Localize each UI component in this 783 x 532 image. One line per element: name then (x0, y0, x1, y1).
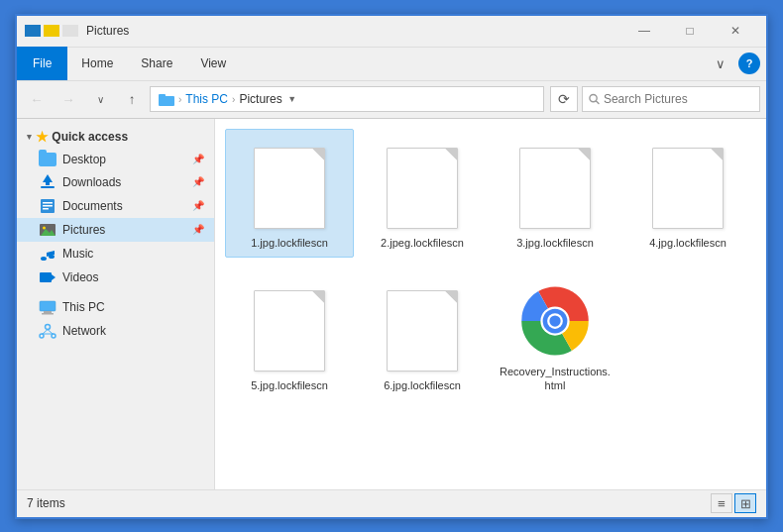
menu-share[interactable]: Share (127, 47, 186, 80)
search-box[interactable] (582, 86, 760, 112)
svg-point-20 (46, 324, 51, 329)
icon-white (62, 25, 78, 37)
file-item-2[interactable]: 2.jpeg.lockfilescn (358, 129, 487, 258)
window-title: Pictures (86, 24, 621, 38)
icon-blue (25, 25, 41, 37)
search-icon (589, 93, 600, 105)
file-name-3: 3.jpg.lockfilescn (516, 236, 594, 250)
sidebar-item-documents[interactable]: Documents 📌 (17, 194, 214, 218)
up-button[interactable]: ↑ (118, 85, 146, 113)
svg-rect-7 (43, 202, 53, 204)
svg-point-21 (40, 334, 44, 338)
items-count: 7 items (27, 496, 65, 510)
back-button[interactable]: ← (23, 85, 51, 113)
quick-access-label: Quick access (52, 130, 128, 144)
sidebar-item-downloads[interactable]: Downloads 📌 (17, 170, 214, 194)
menu-file[interactable]: File (17, 47, 67, 80)
file-item-1[interactable]: 1.jpg.lockfilescn (225, 129, 354, 258)
doc-page-3 (519, 148, 591, 229)
file-icon-1 (250, 148, 329, 232)
view-list-button[interactable]: ≡ (711, 493, 732, 513)
svg-marker-5 (43, 174, 53, 185)
explorer-window: Pictures — □ ✕ File Home Share View ∨ ? … (15, 14, 768, 519)
view-buttons: ≡ ⊞ (711, 493, 756, 513)
address-folder-icon (159, 92, 174, 106)
doc-page-4 (652, 148, 724, 229)
file-icon-5 (250, 290, 329, 374)
doc-page-6 (387, 290, 458, 372)
file-item-6[interactable]: 6.jpg.lockfilescn (358, 271, 487, 400)
maximize-button[interactable]: □ (667, 15, 713, 47)
view-icon-button[interactable]: ⊞ (734, 493, 756, 513)
pin-icon: 📌 (192, 224, 204, 235)
file-icon-2 (383, 148, 462, 232)
forward-button[interactable]: → (55, 85, 82, 113)
this-pc-icon (39, 299, 56, 315)
svg-rect-17 (40, 301, 56, 311)
chrome-svg-icon (519, 285, 591, 357)
videos-icon (39, 269, 56, 285)
svg-point-13 (41, 257, 47, 261)
crumb-thispc[interactable]: This PC (185, 92, 228, 106)
network-label: Network (62, 324, 106, 338)
status-bar: 7 items ≡ ⊞ (17, 489, 766, 517)
svg-rect-15 (40, 272, 52, 282)
address-input[interactable]: › This PC › Pictures ▼ (150, 86, 544, 112)
pin-icon: 📌 (192, 176, 204, 187)
file-area: 1.jpg.lockfilescn 2.jpeg.lockfilescn 3.j… (215, 119, 766, 489)
menu-expand-button[interactable]: ∨ (707, 52, 734, 75)
documents-icon (39, 198, 56, 214)
sidebar-item-network[interactable]: Network (17, 319, 214, 343)
documents-label: Documents (62, 199, 123, 213)
svg-rect-8 (43, 205, 53, 207)
music-icon (39, 246, 56, 262)
videos-label: Videos (62, 270, 98, 284)
title-icon (25, 25, 78, 37)
file-item-7[interactable]: Recovery_Instructions.html (491, 271, 619, 400)
pictures-icon (39, 222, 56, 238)
svg-point-11 (43, 226, 46, 229)
sidebar-item-pictures[interactable]: Pictures 📌 (17, 218, 214, 242)
dropdown-button[interactable]: ∨ (86, 85, 114, 113)
close-button[interactable]: ✕ (713, 15, 758, 47)
sidebar-item-this-pc[interactable]: This PC (17, 295, 214, 319)
this-pc-label: This PC (62, 300, 105, 314)
file-item-5[interactable]: 5.jpg.lockfilescn (225, 271, 354, 400)
pin-icon: 📌 (192, 154, 204, 164)
svg-line-24 (48, 329, 53, 334)
address-bar: ← → ∨ ↑ › This PC › Pictures ▼ ⟳ (17, 81, 766, 119)
svg-point-22 (52, 334, 56, 338)
search-input[interactable] (604, 92, 753, 106)
address-dropdown-button[interactable]: ▼ (282, 86, 302, 112)
file-item-4[interactable]: 4.jpg.lockfilescn (623, 129, 752, 258)
file-icon-3 (515, 148, 595, 232)
svg-point-30 (549, 315, 560, 326)
file-icon-7 (515, 281, 595, 361)
sidebar: ▾ ★ Quick access Desktop 📌 Downloads 📌 (17, 119, 215, 489)
doc-page-5 (254, 290, 325, 372)
svg-rect-1 (159, 94, 166, 98)
svg-line-23 (43, 329, 48, 334)
icon-yellow (44, 25, 59, 37)
sidebar-item-videos[interactable]: Videos (17, 266, 214, 289)
downloads-label: Downloads (62, 175, 121, 189)
minimize-button[interactable]: — (621, 15, 667, 47)
svg-rect-18 (44, 311, 52, 313)
sidebar-quick-access[interactable]: ▾ ★ Quick access (17, 125, 214, 149)
svg-rect-4 (41, 186, 55, 188)
sidebar-item-desktop[interactable]: Desktop 📌 (17, 149, 214, 170)
refresh-button[interactable]: ⟳ (550, 86, 578, 112)
arrow1: › (178, 94, 181, 105)
file-icon-4 (648, 148, 727, 232)
arrow2: › (232, 94, 235, 105)
sidebar-item-music[interactable]: Music (17, 242, 214, 266)
help-button[interactable]: ? (738, 53, 760, 74)
menu-view[interactable]: View (186, 47, 240, 80)
file-item-3[interactable]: 3.jpg.lockfilescn (491, 129, 619, 258)
file-name-4: 4.jpg.lockfilescn (649, 236, 727, 250)
crumb-pictures: Pictures (239, 92, 281, 106)
doc-page-2 (387, 148, 458, 229)
svg-marker-16 (52, 274, 56, 280)
file-name-6: 6.jpg.lockfilescn (384, 378, 461, 392)
menu-home[interactable]: Home (67, 47, 127, 80)
